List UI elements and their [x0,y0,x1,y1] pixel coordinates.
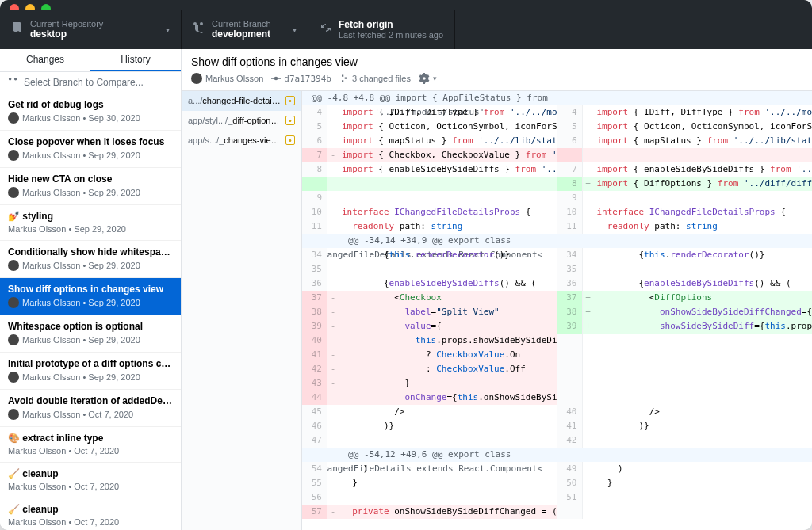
commit-item-title: Initial prototype of a diff options comp… [8,358,173,369]
sync-icon [320,21,332,37]
commit-item-meta: Markus Olsson • Sep 29, 2020 [8,224,173,234]
commit-item-title: 🎨 extract inline type [8,433,173,444]
commit-item[interactable]: Initial prototype of a diff options comp… [0,353,181,390]
diff-line: 46 )} [302,419,557,433]
diff-line: 42 [557,433,813,448]
tab-changes[interactable]: Changes [0,49,90,71]
diff-line [557,334,813,348]
compare-placeholder: Select Branch to Compare... [24,77,144,88]
branch-label: Current Branch [212,19,271,29]
diff-line [557,505,813,519]
repo-selector[interactable]: Current Repository desktop ▾ [0,10,182,49]
diff-line: 5import { Octicon, OcticonSymbol, iconFo… [557,120,813,134]
history-list[interactable]: Get rid of debug logs Markus Olsson • Se… [0,93,181,530]
diff-view[interactable]: @@ -4,8 +4,8 @@ import { AppFileStatus }… [302,91,812,530]
commit-item[interactable]: Whitespace option is optional Markus Ols… [0,315,181,353]
diff-line: 10interface IChangedFileDetailsProps { [302,205,557,219]
file-item[interactable]: app/styl.../_diff-options.scss• [182,111,301,131]
commit-item[interactable]: 🎨 extract inline type Markus Olsson • Oc… [0,427,181,463]
file-status-badge: • [285,116,295,125]
diff-line: 6import { mapStatus } from '../../lib/st… [557,134,813,148]
commit-item-title: Get rid of debug logs [8,99,173,110]
commit-item-meta: Markus Olsson • Sep 29, 2020 [8,150,173,161]
commit-item[interactable]: Hide new CTA on close Markus Olsson • Se… [0,168,181,205]
diff-line: 40 /> [557,405,813,419]
diff-line: 36 {enableSideBySideDiffs() && ( [557,276,813,291]
commit-item[interactable]: 💅 styling Markus Olsson • Sep 29, 2020 [0,205,181,241]
commit-item[interactable]: Show diff options in changes view Markus… [0,278,181,315]
fetch-label: Fetch origin [339,19,443,30]
commit-item[interactable]: Close popover when it loses focus Markus… [0,131,181,168]
commit-header: Show diff options in changes view Markus… [182,49,812,91]
diff-line [557,148,813,162]
titlebar [0,0,812,10]
commit-item[interactable]: Avoid double iteration of addedDeletedLi… [0,390,181,427]
commit-item-meta: Markus Olsson • Sep 29, 2020 [8,187,173,198]
commit-item-title: Show diff options in changes view [8,284,173,295]
commit-header-title: Show diff options in changes view [191,55,802,68]
diff-icon [339,74,349,83]
sidebar: Changes History Select Branch to Compare… [0,49,182,530]
diff-line: 10interface IChangedFileDetailsProps { [557,205,813,219]
branch-icon [193,21,205,37]
diff-line: 57- private onShowSideBySideDiffChanged … [302,505,557,519]
repo-label: Current Repository [30,19,103,29]
diff-line: 38+ onShowSideBySideDiffChanged={this.pr… [557,305,813,319]
diff-hunk-header: @@ -34,14 +34,9 @@ export class ChangedF… [302,234,557,248]
repo-icon [11,21,24,37]
compare-icon [8,77,19,88]
commit-item-meta: Markus Olsson • Sep 29, 2020 [8,372,173,383]
fetch-button[interactable]: Fetch origin Last fetched 2 minutes ago [308,10,455,49]
avatar [8,334,19,345]
diff-line [302,177,557,191]
avatar [8,409,19,420]
window-frame: Current Repository desktop ▾ Current Bra… [0,0,812,530]
commit-item[interactable]: 🧹 cleanup Markus Olsson • Oct 7, 2020 [0,498,181,530]
svg-point-0 [274,77,278,81]
diff-hunk-header [557,91,813,105]
diff-left-column: @@ -4,8 +4,8 @@ import { AppFileStatus }… [302,91,557,530]
diff-line: 41 )} [557,419,813,433]
tabs: Changes History [0,49,181,72]
diff-line: 41- ? CheckboxValue.On [302,348,557,362]
commit-item-meta: Markus Olsson • Oct 7, 2020 [8,409,173,420]
diff-line: 50 } [557,476,813,490]
tab-history[interactable]: History [90,49,181,71]
diff-line: 37- <Checkbox [302,291,557,305]
diff-line: 8+import { DiffOptions } from '../diff/d… [557,177,813,191]
commit-item[interactable]: Get rid of debug logs Markus Olsson • Se… [0,93,181,131]
compare-branch-selector[interactable]: Select Branch to Compare... [0,72,181,93]
commit-item-meta: Markus Olsson • Oct 7, 2020 [8,482,173,491]
commit-item-title: 🧹 cleanup [8,468,173,479]
commit-item[interactable]: Conditionally show hide whitespace/split… [0,241,181,278]
diff-line: 40- this.props.showSideBySideDiff [302,334,557,348]
avatar [191,73,202,84]
repo-value: desktop [30,29,103,40]
branch-selector[interactable]: Current Branch development ▾ [182,10,308,49]
diff-hunk-header: @@ -54,12 +49,6 @@ export class ChangedF… [302,448,557,462]
commit-item-meta: Markus Olsson • Sep 30, 2020 [8,112,173,124]
diff-options-button[interactable]: ▾ [419,73,437,84]
diff-line: 38- label="Split View" [302,305,557,319]
diff-line: 9 [557,191,813,205]
commit-item-title: Whitespace option is optional [8,321,173,332]
diff-line: 39- value={ [302,319,557,334]
diff-line: 8import { enableSideBySideDiffs } from '… [302,162,557,177]
commit-item[interactable]: 🧹 cleanup Markus Olsson • Oct 7, 2020 [0,463,181,498]
diff-line: 39+ showSideBySideDiff={this.props.showS… [557,319,813,334]
file-status-badge: • [285,135,295,145]
diff-line: 56 [302,490,557,505]
diff-line: 11 readonly path: string [557,219,813,234]
file-item[interactable]: a.../changed-file-details.tsx• [182,91,301,111]
file-item[interactable]: app/s.../_changes-view.scss• [182,131,301,151]
diff-line [557,362,813,376]
diff-hunk-header [557,448,813,462]
diff-line: 47 [302,433,557,448]
chevron-down-icon: ▾ [166,25,170,34]
diff-line: 45 /> [302,405,557,419]
avatar [8,187,19,198]
diff-line: 7-import { Checkbox, CheckboxValue } fro… [302,148,557,162]
diff-line: 44- onChange={this.onShowSideBySideDiffC… [302,391,557,405]
file-status-badge: • [285,96,295,105]
commit-item-title: Close popover when it loses focus [8,136,173,147]
